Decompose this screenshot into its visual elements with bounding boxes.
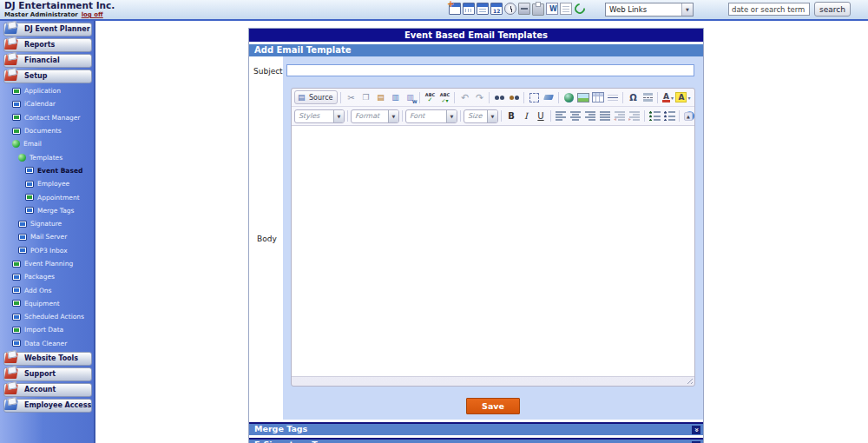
redo-button[interactable] [472, 90, 486, 104]
calendar-week-icon[interactable] [477, 3, 489, 15]
sidebar-item-employee-access[interactable]: Employee Access [3, 399, 92, 413]
green-item-icon [12, 88, 21, 95]
topbar: DJ Entertainment Inc. Master Administrat… [0, 0, 868, 19]
sidebar-item-packages[interactable]: Packages [0, 270, 95, 283]
sidebar-item-import-data[interactable]: Import Data [0, 323, 95, 336]
calendar-day-icon[interactable] [490, 3, 503, 15]
numbered-list-button[interactable] [648, 109, 661, 123]
special-char-button[interactable] [626, 90, 640, 104]
paste-word-button[interactable] [403, 90, 417, 104]
clock-icon[interactable] [504, 3, 516, 15]
chevron-down-icon [446, 110, 457, 122]
horizontal-rule-button[interactable] [606, 90, 620, 104]
sidebar-item-signature[interactable]: Signature [0, 217, 95, 230]
sidebar-item-templates[interactable]: Templates [0, 150, 95, 163]
blue-item-icon [18, 247, 27, 254]
styles-dropdown-label: Styles [299, 112, 319, 120]
search-button[interactable]: search [814, 2, 851, 17]
sidebar-item-data-cleaner[interactable]: Data Cleaner [0, 337, 95, 350]
paste-text-button[interactable] [388, 90, 402, 104]
sidebar-item-label: Mail Server [30, 233, 67, 241]
bulleted-list-button[interactable] [662, 109, 676, 123]
editor-body[interactable] [292, 125, 694, 377]
undo-button[interactable] [457, 90, 471, 104]
toolbar-separator [340, 92, 341, 103]
format-dropdown[interactable]: Format [351, 109, 399, 123]
search-input[interactable] [728, 3, 810, 16]
paste-button[interactable] [373, 90, 387, 104]
weblinks-select[interactable]: Web Links [605, 3, 694, 17]
sidebar-item-mail-server[interactable]: Mail Server [0, 230, 95, 243]
sidebar-item-application[interactable]: Application [0, 84, 95, 97]
web-refresh-icon[interactable] [574, 3, 586, 15]
sidebar-item-website-tools[interactable]: Website Tools [3, 352, 92, 366]
sidebar-item-event-planning[interactable]: Event Planning [0, 257, 95, 270]
align-center-button[interactable] [569, 109, 582, 123]
sidebar-item-email[interactable]: Email [0, 137, 95, 150]
word-doc-icon[interactable] [546, 3, 558, 15]
toolbar-collapse-button[interactable]: ▲ [684, 112, 693, 121]
save-button[interactable]: Save [466, 398, 520, 414]
remove-format-button[interactable] [542, 90, 556, 104]
font-dropdown[interactable]: Font [405, 109, 457, 123]
sidebar-item-documents[interactable]: Documents [0, 124, 95, 137]
editor-resize-handle[interactable] [685, 376, 693, 384]
image-button[interactable] [576, 90, 590, 104]
align-left-button[interactable] [554, 109, 568, 123]
bold-button[interactable] [504, 109, 518, 123]
copy-button[interactable] [358, 90, 372, 104]
sidebar-item-contact-manager[interactable]: Contact Manager [0, 111, 95, 124]
print-icon[interactable] [532, 3, 544, 16]
section-label: Merge Tags [254, 424, 307, 433]
select-all-button[interactable] [527, 90, 541, 104]
double-chevron-down-icon[interactable] [692, 426, 700, 434]
outdent-button[interactable] [613, 109, 627, 123]
sidebar-item-reports[interactable]: Reports [3, 38, 92, 52]
sidebar-item-equipment[interactable]: Equipment [0, 297, 95, 310]
replace-button[interactable] [507, 90, 521, 104]
indent-button[interactable] [628, 109, 641, 123]
link-button[interactable] [562, 90, 575, 104]
align-right-button[interactable] [583, 109, 597, 123]
sidebar-item-pop3-inbox[interactable]: POP3 Inbox [0, 244, 95, 257]
sidebar-item-setup[interactable]: Setup [3, 69, 92, 83]
sidebar-item-dj-event-planner[interactable]: DJ Event Planner [3, 23, 92, 36]
spellcheck-button[interactable] [423, 90, 437, 104]
weblinks-selected-value: Web Links [606, 5, 647, 14]
sidebar-item-employee[interactable]: Employee [0, 177, 95, 190]
source-button[interactable]: Source [294, 90, 338, 104]
sidebar-item-financial[interactable]: Financial [3, 54, 92, 68]
bg-color-button[interactable] [675, 90, 690, 104]
subject-input[interactable] [286, 64, 694, 76]
sidebar-item-label: Website Tools [24, 354, 78, 362]
page-break-button[interactable] [641, 90, 654, 104]
section-merge-tags[interactable]: Merge Tags [249, 422, 703, 435]
text-color-button[interactable] [661, 90, 674, 104]
table-button[interactable] [591, 90, 605, 104]
logoff-link[interactable]: log off [82, 11, 103, 18]
sidebar-item-event-based[interactable]: Event Based [0, 164, 95, 177]
inbox-icon[interactable] [518, 3, 530, 15]
spellcheck-menu-button[interactable] [437, 90, 451, 104]
format-dropdown-label: Format [355, 112, 379, 120]
sidebar-item-scheduled-actions[interactable]: Scheduled Actions [0, 310, 95, 323]
styles-dropdown[interactable]: Styles [294, 109, 345, 123]
sidebar-item-icalendar[interactable]: iCalendar [0, 97, 95, 110]
cut-button[interactable] [344, 90, 358, 104]
sidebar-item-account[interactable]: Account [3, 383, 92, 397]
section-e-signature-tags[interactable]: E-Signature Tags [249, 438, 703, 443]
sidebar-item-label: Equipment [24, 300, 60, 307]
sidebar-item-support[interactable]: Support [3, 367, 92, 381]
sidebar-item-appointment[interactable]: Appointment [0, 190, 95, 203]
calendar-month-icon[interactable] [463, 3, 475, 15]
green-item-icon [12, 327, 21, 334]
add-event-icon[interactable] [449, 3, 461, 15]
notes-icon[interactable] [560, 3, 572, 15]
italic-button[interactable] [519, 109, 533, 123]
underline-button[interactable] [534, 109, 548, 123]
align-justify-button[interactable] [598, 109, 612, 123]
sidebar-item-merge-tags[interactable]: Merge Tags [0, 204, 95, 217]
find-button[interactable] [492, 90, 506, 104]
sidebar-item-add-ons[interactable]: Add Ons [0, 283, 95, 296]
size-dropdown[interactable]: Size [464, 109, 498, 123]
